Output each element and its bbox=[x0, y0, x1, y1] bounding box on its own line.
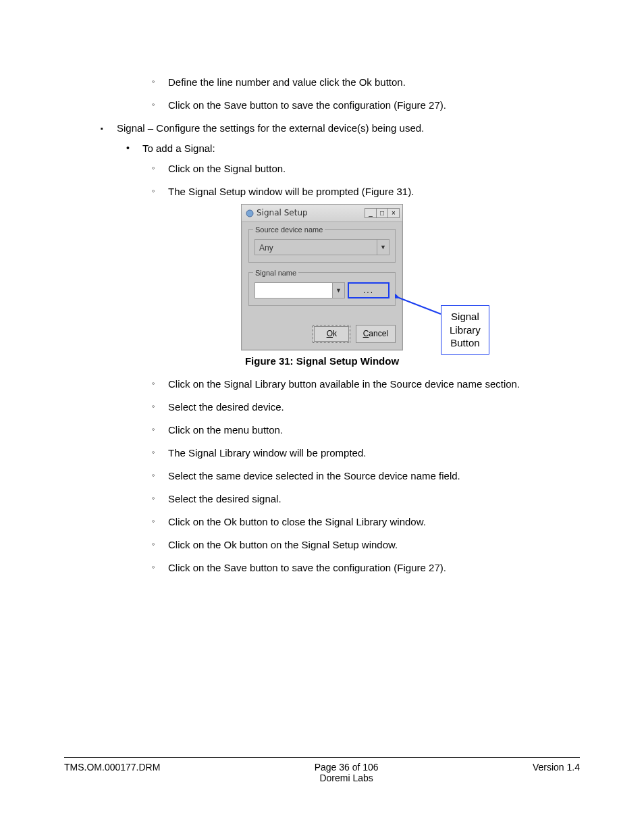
footer-left: TMS.OM.000177.DRM bbox=[64, 762, 160, 783]
text: The Signal Setup window will be prompted… bbox=[168, 186, 414, 197]
text: Signal – Configure the settings for the … bbox=[117, 122, 424, 134]
text: Click on the Signal button. bbox=[168, 163, 286, 174]
list-item: The Signal Library window will be prompt… bbox=[168, 445, 580, 461]
list-item: The Signal Setup window will be prompted… bbox=[168, 184, 580, 369]
source-device-value: Any bbox=[254, 239, 377, 255]
list-item: Click on the Save button to save the con… bbox=[168, 97, 580, 113]
group-label: Source device name bbox=[253, 224, 325, 236]
close-button[interactable]: × bbox=[387, 208, 400, 218]
list-item: Click on the Signal button. bbox=[168, 161, 580, 177]
figure-caption: Figure 31: Signal Setup Window bbox=[64, 353, 580, 369]
signal-name-value bbox=[254, 282, 333, 298]
minimize-button[interactable]: _ bbox=[365, 208, 377, 218]
list-item-signal: Signal – Configure the settings for the … bbox=[117, 120, 580, 576]
footer-page: Page 36 of 106 bbox=[315, 762, 379, 773]
list-item: Click on the Ok button on the Signal Set… bbox=[168, 537, 580, 553]
text: Select the desired signal. bbox=[168, 493, 281, 504]
signal-library-button[interactable]: ... bbox=[348, 282, 390, 298]
signal-name-combo[interactable]: ▼ bbox=[254, 282, 345, 298]
list-item: Select the desired device. bbox=[168, 399, 580, 415]
source-device-group: Source device name Any ▼ bbox=[248, 229, 396, 263]
list-item: Click on the Ok button to close the Sign… bbox=[168, 514, 580, 530]
cancel-button[interactable]: Cancel bbox=[356, 325, 396, 343]
text: Select the same device selected in the S… bbox=[168, 470, 460, 481]
text: Click on the Save button to save the con… bbox=[168, 562, 446, 573]
ok-button[interactable]: Ok bbox=[313, 325, 350, 343]
text: Click on the Save button to save the con… bbox=[168, 99, 446, 111]
list-item: Define the line number and value click t… bbox=[168, 74, 580, 90]
svg-line-2 bbox=[399, 298, 441, 314]
text: Click on the Signal Library button avail… bbox=[168, 378, 520, 390]
app-icon bbox=[246, 209, 254, 217]
list-item: Select the desired signal. bbox=[168, 491, 580, 507]
list-item: Select the same device selected in the S… bbox=[168, 468, 580, 484]
svg-point-0 bbox=[246, 210, 253, 217]
titlebar: Signal Setup _ □ × bbox=[242, 205, 402, 222]
signal-name-group: Signal name ▼ ... bbox=[248, 272, 396, 306]
text: The Signal Library window will be prompt… bbox=[168, 447, 366, 459]
list-item: Click on the Save button to save the con… bbox=[168, 560, 580, 576]
text: Click on the Ok button on the Signal Set… bbox=[168, 539, 398, 550]
list-item: Click on the Signal Library button avail… bbox=[168, 376, 580, 392]
text: Define the line number and value click t… bbox=[168, 76, 406, 88]
signal-setup-dialog: Signal Setup _ □ × bbox=[241, 204, 403, 350]
page-footer: TMS.OM.000177.DRM Page 36 of 106 Doremi … bbox=[64, 757, 580, 783]
text: To add a Signal: bbox=[142, 142, 215, 154]
group-label: Signal name bbox=[253, 267, 298, 280]
footer-version: Version 1.4 bbox=[533, 762, 580, 783]
text: Click on the menu button. bbox=[168, 424, 283, 436]
list-item: Click on the menu button. bbox=[168, 422, 580, 438]
chevron-down-icon[interactable]: ▼ bbox=[377, 239, 390, 255]
maximize-button[interactable]: □ bbox=[376, 208, 388, 218]
text: Select the desired device. bbox=[168, 401, 284, 413]
callout-label: Signal Library Button bbox=[441, 305, 489, 355]
chevron-down-icon[interactable]: ▼ bbox=[333, 282, 345, 298]
dialog-title: Signal Setup bbox=[257, 207, 308, 219]
list-item-add-signal: To add a Signal: Click on the Signal but… bbox=[142, 140, 580, 576]
footer-company: Doremi Labs bbox=[315, 773, 379, 783]
source-device-combo[interactable]: Any ▼ bbox=[254, 239, 390, 255]
text: Click on the Ok button to close the Sign… bbox=[168, 516, 426, 527]
